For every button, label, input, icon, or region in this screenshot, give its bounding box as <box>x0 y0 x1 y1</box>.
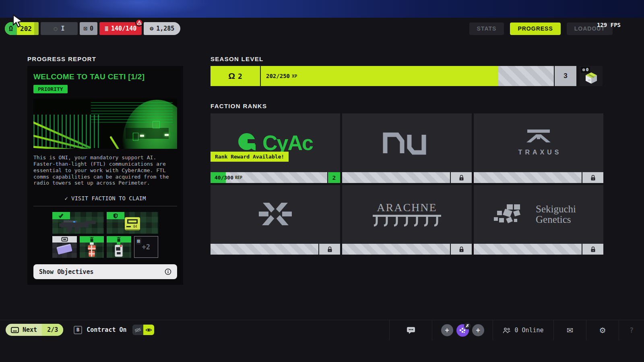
reward-tile-charm-2[interactable] <box>107 236 131 258</box>
oni-eye-art <box>140 135 144 137</box>
mail-icon: ✉ <box>567 326 573 335</box>
chat-icon <box>407 327 415 334</box>
chat-button[interactable] <box>390 320 432 340</box>
oni-eye-art <box>165 134 169 136</box>
help-button[interactable]: ? <box>619 320 644 340</box>
coin-icon: ⊜ <box>582 67 585 72</box>
traxus-lock-box <box>582 172 603 183</box>
settings-button[interactable]: ⚙ <box>586 320 619 340</box>
charm-icon <box>116 237 122 242</box>
faction-ranks-section: FACTION RANKS CyAc Rank Reward Available… <box>211 103 603 255</box>
tab-progress[interactable]: PROGRESS <box>510 23 560 35</box>
progress-report-section: PROGRESS REPORT WELCOME TO TAU CETI [1/2… <box>27 56 183 285</box>
progress-report-card: WELCOME TO TAU CETI [1/2] PRIORITY This … <box>27 66 183 285</box>
player-avatar[interactable] <box>456 324 469 337</box>
capacity-value: 140/140 <box>111 25 136 32</box>
reward-items-grid: 04 <box>52 212 158 258</box>
faction-card-sekiguchi[interactable]: Sekiguchi Genetics <box>474 185 603 255</box>
faction-ranks-heading: FACTION RANKS <box>211 103 603 109</box>
faction-card-cyac[interactable]: CyAc Rank Reward Available! 40/300 REP 2 <box>211 113 340 183</box>
faction-card-x[interactable] <box>211 185 340 255</box>
traxus-wordmark: TRAXUS <box>516 149 562 156</box>
warning-icon <box>137 21 142 25</box>
next-page-button[interactable]: Next 2/3 <box>6 324 63 336</box>
cyac-rep-bar: 40/300 REP 2 <box>211 172 340 183</box>
eye-off-option[interactable] <box>132 325 143 335</box>
cyac-rank-box: 2 <box>327 172 340 183</box>
sword-icon <box>58 213 64 218</box>
contract-visibility-toggle <box>132 325 154 335</box>
cyac-logo-icon <box>238 133 258 153</box>
season-reward-tile[interactable]: ⊜ 0 <box>580 66 603 86</box>
season-level-section: SEASON LEVEL Ω 2 202/250 XP 3 <box>211 56 603 86</box>
sekiguchi-logo-icon <box>494 204 530 225</box>
season-level-heading: SEASON LEVEL <box>211 56 603 62</box>
orange-charm-image <box>86 243 97 258</box>
reward-tile-card[interactable] <box>52 236 77 258</box>
oni-target-box-art <box>153 121 160 128</box>
reward-tile-emblem[interactable]: 04 <box>107 212 158 234</box>
faction-card-nu[interactable] <box>342 113 472 183</box>
cyac-rank-value: 2 <box>332 175 336 181</box>
check-icon: ✓ <box>65 195 68 202</box>
circle-icon: ○ <box>54 25 57 32</box>
nu-logo-icon <box>380 131 433 155</box>
next-level-box: 3 <box>554 66 576 86</box>
season-progress-bar: Ω 2 202/250 XP 3 <box>211 66 576 86</box>
info-icon <box>165 268 171 275</box>
show-objectives-label: Show Objectives <box>39 268 93 276</box>
xp-fill: 202/250 XP <box>261 66 498 86</box>
sekiguchi-wordmark: Sekiguchi Genetics <box>536 204 583 225</box>
reward-tile-extra[interactable]: ⊞ +2 <box>134 236 159 258</box>
shield-icon <box>113 213 118 219</box>
shield-badge <box>107 212 124 219</box>
mouse-cursor <box>12 14 24 30</box>
faction-card-traxus[interactable]: TRAXUS <box>474 113 603 183</box>
credits-pill: ⊜ 1,285 <box>144 22 180 35</box>
reward-count-badge: ⊜ 0 <box>581 67 590 73</box>
sekiguchi-lock-box <box>582 244 603 255</box>
tab-stats[interactable]: STATS <box>469 23 504 35</box>
capacity-pill: ≣ 140/140 <box>99 22 142 35</box>
mail-button[interactable]: ✉ <box>554 320 586 340</box>
traxus-logo: TRAXUS <box>516 130 562 156</box>
arachne-lock-box <box>450 244 472 255</box>
current-level-value: 2 <box>238 72 242 80</box>
invite-slot-right-button[interactable]: + <box>472 324 484 336</box>
weapon-badge <box>52 212 70 219</box>
cursor-arrow-icon <box>12 14 24 28</box>
white-charm-image <box>114 243 124 258</box>
x-rep-bar <box>211 244 340 255</box>
people-icon <box>503 327 511 333</box>
card-badge <box>52 236 77 243</box>
fps-counter: 129 FPS <box>597 22 621 28</box>
xp-unit-label: XP <box>292 74 297 79</box>
oni-report-image <box>33 99 177 149</box>
oni-target-box-art <box>133 133 138 141</box>
cyac-logo: CyAc <box>238 131 313 155</box>
faction-card-arachne[interactable]: ARACHNE <box>342 185 472 255</box>
invite-slot-left-button[interactable]: + <box>441 324 453 336</box>
claim-instruction: ✓VISIT FACTION TO CLAIM <box>33 195 177 206</box>
insignia-value: I <box>61 25 64 32</box>
show-objectives-button[interactable]: Show Objectives <box>33 264 177 279</box>
attachments-icon: ⊞ <box>136 238 142 245</box>
arachne-rep-bar <box>342 244 472 255</box>
key-icon <box>11 327 19 333</box>
reward-tile-charm-1[interactable] <box>80 236 104 258</box>
eye-icon <box>145 327 152 333</box>
frame-value: 0 <box>90 25 93 32</box>
frame-pill: ⊡ 0 <box>80 22 97 35</box>
traxus-rep-bar <box>474 172 603 183</box>
insignia-pill: ○ I <box>41 22 78 35</box>
eye-on-option[interactable] <box>143 325 154 335</box>
nu-rep-bar <box>342 172 472 183</box>
reward-tile-weapon[interactable] <box>52 212 104 234</box>
svg-text:04: 04 <box>133 225 137 228</box>
lock-icon <box>590 175 596 181</box>
report-title: WELCOME TO TAU CETI [1/2] <box>33 72 177 81</box>
rep-value: 40/300 <box>215 175 233 181</box>
credits-value: 1,285 <box>156 25 174 32</box>
claim-label: VISIT FACTION TO CLAIM <box>71 195 146 202</box>
screen-tabs: STATS PROGRESS LOADOUT <box>469 23 613 35</box>
